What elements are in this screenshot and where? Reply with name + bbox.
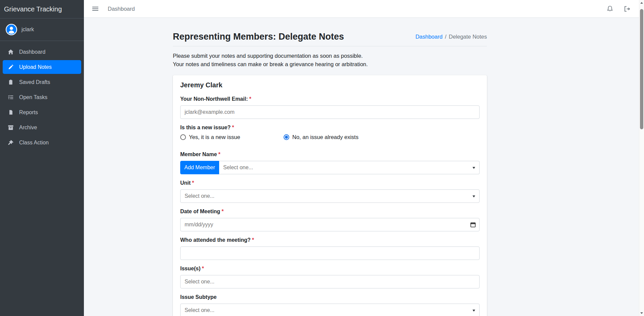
sidebar-item-saved-drafts[interactable]: Saved Drafts [3, 75, 81, 89]
attendees-field-group: Who attended the meeting?* [180, 237, 480, 260]
home-icon [7, 49, 14, 55]
sidebar-item-label: Open Tasks [19, 94, 47, 100]
sidebar-item-label: Archive [19, 125, 37, 131]
intro-text: Please submit your notes and supporting … [173, 52, 487, 69]
sidebar-item-label: Saved Drafts [19, 79, 50, 85]
topbar-dashboard-link[interactable]: Dashboard [108, 6, 135, 12]
member-name-select[interactable]: Select one... [219, 161, 480, 174]
chevron-down-icon [473, 167, 475, 169]
issues-field-group: Issue(s)* Select one... [180, 266, 480, 288]
required-asterisk: * [192, 180, 194, 186]
member-name-select-value: Select one... [223, 165, 253, 171]
clipboard-icon [7, 79, 14, 85]
header-divider [173, 46, 487, 46]
file-icon [7, 109, 14, 115]
email-field-group: Your Non-Northwell Email:* [180, 96, 480, 119]
radio-yes-label: Yes, it is a new issue [189, 134, 240, 140]
required-asterisk: * [232, 125, 234, 130]
unit-select[interactable]: Select one... [180, 189, 480, 203]
radio-no-label: No, an issue already exists [292, 134, 358, 140]
meeting-date-field-group: Date of Meeting* mm/dd/yyyy [180, 209, 480, 231]
sidebar-item-class-action[interactable]: Class Action [3, 136, 81, 149]
calendar-icon[interactable] [470, 222, 476, 228]
bell-icon[interactable] [606, 5, 613, 12]
sidebar-item-reports[interactable]: Reports [3, 105, 81, 119]
member-name-label: Member Name* [180, 151, 480, 157]
intro-line-1: Please submit your notes and supporting … [173, 52, 487, 60]
sign-out-icon[interactable] [624, 5, 631, 12]
issue-subtype-select[interactable]: Select one... [180, 304, 480, 316]
gavel-icon [7, 140, 14, 146]
pencil-icon [7, 64, 14, 70]
main-content: Representing Members: Delegate Notes Das… [173, 18, 487, 316]
issues-select-value: Select one... [185, 279, 214, 285]
radio-option-no-existing-issue[interactable]: No, an issue already exists [284, 134, 358, 140]
archive-icon [7, 125, 14, 130]
user-avatar-icon [6, 24, 17, 35]
new-issue-label: Is this a new issue?* [180, 125, 480, 131]
issues-label: Issue(s)* [180, 266, 480, 272]
radio-option-yes-new-issue[interactable]: Yes, it is a new issue [180, 134, 284, 140]
sidebar-item-label: Upload Notes [19, 64, 52, 70]
radio-no-icon[interactable] [284, 134, 289, 140]
required-asterisk: * [252, 237, 254, 243]
delegate-notes-form-card: Jeremy Clark Your Non-Northwell Email:* … [173, 75, 487, 316]
sidebar-item-label: Dashboard [19, 49, 45, 55]
issue-subtype-field-group: Issue Subtype Select one... [180, 294, 480, 316]
sidebar-item-upload-notes[interactable]: Upload Notes [3, 60, 81, 74]
unit-select-value: Select one... [185, 193, 214, 199]
scrollbar-up-arrow-icon[interactable] [640, 2, 643, 4]
sidebar-item-label: Class Action [19, 140, 49, 146]
member-name-field-group: Member Name* Add Member Select one... [180, 151, 480, 174]
radio-yes-icon[interactable] [180, 134, 186, 140]
unit-label: Unit* [180, 180, 480, 186]
breadcrumb-dashboard-link[interactable]: Dashboard [415, 34, 443, 40]
add-member-button[interactable]: Add Member [180, 161, 219, 174]
intro-line-2: Your notes and timeliness can make or br… [173, 60, 487, 69]
sidebar-item-open-tasks[interactable]: Open Tasks [3, 90, 81, 104]
email-label: Your Non-Northwell Email:* [180, 96, 480, 102]
page-title: Representing Members: Delegate Notes [173, 31, 344, 42]
attendees-field[interactable] [180, 246, 480, 260]
user-name: jclark [21, 27, 34, 33]
scrollbar-thumb[interactable] [640, 9, 643, 129]
unit-field-group: Unit* Select one... [180, 180, 480, 203]
email-field[interactable] [180, 105, 480, 119]
sidebar-item-archive[interactable]: Archive [3, 121, 81, 134]
sidebar: Grievance Tracking jclark Dashboard Uplo… [0, 0, 84, 316]
meeting-date-placeholder: mm/dd/yyyy [185, 222, 213, 228]
issues-select[interactable]: Select one... [180, 275, 480, 288]
brand-title[interactable]: Grievance Tracking [0, 0, 84, 18]
issue-subtype-select-value: Select one... [185, 307, 214, 313]
breadcrumb: Dashboard/Delegate Notes [415, 34, 487, 40]
breadcrumb-current: Delegate Notes [449, 34, 487, 40]
chevron-down-icon [473, 195, 475, 197]
member-card-title: Jeremy Clark [180, 81, 480, 89]
new-issue-field-group: Is this a new issue?* Yes, it is a new i… [180, 125, 480, 140]
sidebar-item-label: Reports [19, 109, 38, 116]
meeting-date-input[interactable]: mm/dd/yyyy [180, 218, 480, 231]
sidebar-item-dashboard[interactable]: Dashboard [3, 45, 81, 59]
required-asterisk: * [218, 151, 220, 157]
user-panel[interactable]: jclark [0, 18, 84, 41]
attendees-label: Who attended the meeting?* [180, 237, 480, 243]
breadcrumb-separator: / [445, 34, 447, 40]
required-asterisk: * [249, 96, 251, 102]
meeting-date-label: Date of Meeting* [180, 209, 480, 215]
hamburger-icon[interactable] [92, 6, 99, 11]
vertical-scrollbar[interactable] [639, 0, 644, 316]
scrollbar-down-arrow-icon[interactable] [640, 312, 643, 314]
chevron-down-icon [473, 310, 475, 312]
issue-subtype-label: Issue Subtype [180, 294, 480, 300]
tasks-icon [7, 94, 14, 100]
topbar: Dashboard [84, 0, 644, 18]
required-asterisk: * [221, 209, 224, 214]
required-asterisk: * [202, 266, 204, 271]
sidebar-nav: Dashboard Upload Notes Saved Drafts [0, 42, 84, 153]
